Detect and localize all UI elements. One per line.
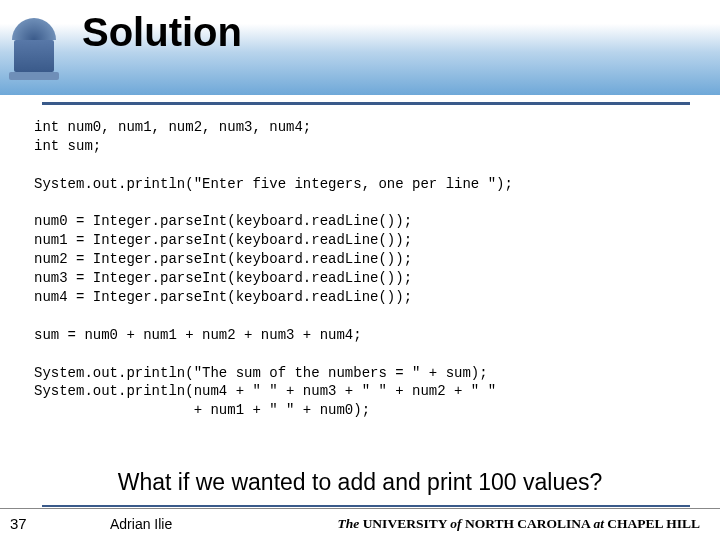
university-the: The xyxy=(338,516,360,531)
slide-title: Solution xyxy=(82,10,242,55)
university-of: of xyxy=(450,516,461,531)
header-divider xyxy=(42,102,690,105)
old-well-logo xyxy=(8,18,60,80)
prompt-question: What if we wanted to add and print 100 v… xyxy=(0,469,720,496)
university-u: UNIVERSITY xyxy=(359,516,450,531)
university-name: The UNIVERSITY of NORTH CAROLINA at CHAP… xyxy=(338,516,701,532)
author-name: Adrian Ilie xyxy=(110,516,172,532)
slide-footer: 37 Adrian Ilie The UNIVERSITY of NORTH C… xyxy=(0,508,720,540)
university-ch: CHAPEL HILL xyxy=(604,516,700,531)
slide-header: Solution xyxy=(0,0,720,95)
university-nc: NORTH CAROLINA xyxy=(462,516,594,531)
footer-divider xyxy=(42,505,690,507)
code-block: int num0, num1, num2, num3, num4; int su… xyxy=(34,118,700,420)
university-at: at xyxy=(593,516,604,531)
page-number: 37 xyxy=(10,515,27,532)
